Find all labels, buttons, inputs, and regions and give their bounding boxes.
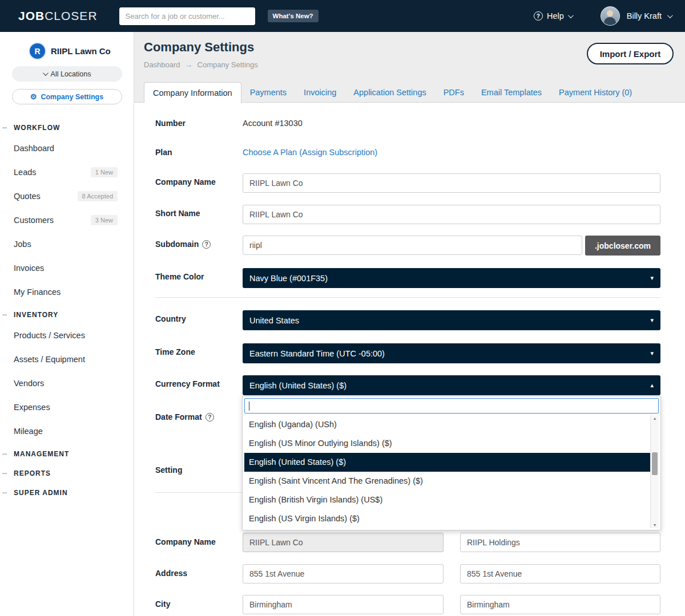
all-locations-label: All Locations bbox=[51, 70, 91, 78]
plan-label: Plan bbox=[155, 148, 172, 157]
import-export-button[interactable]: Import / Export bbox=[587, 43, 674, 64]
whats-new-button[interactable]: What's New? bbox=[268, 10, 319, 22]
sidebar-item-dashboard[interactable]: Dashboard bbox=[0, 136, 134, 160]
location1-address-input[interactable] bbox=[243, 564, 444, 583]
sidebar-item-label: Vendors bbox=[14, 379, 44, 388]
theme-color-select[interactable]: Navy Blue (#001F35) ▾ bbox=[243, 268, 660, 288]
scrollbar-thumb[interactable] bbox=[652, 452, 658, 475]
section-super-admin[interactable]: SUPER ADMIN bbox=[0, 482, 134, 501]
sidebar-item-expenses[interactable]: Expenses bbox=[0, 395, 134, 419]
sidebar-item-label: Jobs bbox=[14, 240, 31, 249]
tab-invoicing[interactable]: Invoicing bbox=[295, 83, 345, 103]
location2-city-input[interactable] bbox=[460, 595, 660, 614]
subdomain-help-icon[interactable]: ? bbox=[202, 240, 211, 249]
scroll-up-icon[interactable]: ▲ bbox=[651, 416, 659, 420]
choose-a-plan-link[interactable]: Choose A Plan bbox=[243, 148, 297, 157]
sidebar-item-jobs[interactable]: Jobs bbox=[0, 232, 134, 256]
company-settings-button[interactable]: ⚙ Company Settings bbox=[12, 89, 122, 104]
option-english-us-minor-outlying-islands[interactable]: English (US Minor Outlying Islands) ($) bbox=[244, 434, 650, 453]
chevron-down-icon[interactable] bbox=[667, 13, 673, 18]
top-bar: JOBCLOSER What's New? ? Help Billy Kraft bbox=[0, 0, 685, 32]
option-english-british-virgin-islands[interactable]: English (British Virgin Islands) (US$) bbox=[244, 491, 650, 509]
section-reports[interactable]: REPORTS bbox=[0, 463, 134, 482]
sidebar-item-label: Invoices bbox=[14, 264, 44, 273]
location-company-name-label: Company Name bbox=[155, 537, 216, 546]
scroll-down-icon[interactable]: ▼ bbox=[651, 523, 659, 527]
company-settings-label: Company Settings bbox=[41, 93, 103, 101]
sidebar-item-quotes[interactable]: Quotes8 Accepted bbox=[0, 184, 134, 208]
tab-pdfs[interactable]: PDFs bbox=[435, 83, 473, 103]
all-locations-dropdown[interactable]: All Locations bbox=[12, 66, 122, 82]
sidebar: R RIIPL Lawn Co All Locations ⚙ Company … bbox=[0, 32, 134, 616]
subdomain-label: Subdomain ? bbox=[155, 240, 211, 249]
time-zone-select[interactable]: Eastern Standard Time (UTC -05:00) ▾ bbox=[243, 343, 660, 363]
leads-badge: 1 New bbox=[91, 167, 118, 177]
section-management[interactable]: MANAGEMENT bbox=[0, 443, 134, 463]
text-cursor bbox=[249, 402, 249, 411]
tab-payments[interactable]: Payments bbox=[241, 83, 295, 103]
sidebar-item-products-services[interactable]: Products / Services bbox=[0, 323, 134, 347]
user-avatar[interactable] bbox=[601, 6, 620, 26]
dropdown-scrollbar[interactable]: ▲ ▼ bbox=[650, 415, 659, 528]
date-format-help-icon[interactable]: ? bbox=[206, 413, 214, 422]
sidebar-item-label: Assets / Equipment bbox=[14, 355, 85, 364]
currency-options-list: English (Uganda) (USh) English (US Minor… bbox=[244, 415, 659, 528]
assign-subscription-link[interactable]: (Assign Subscription) bbox=[299, 148, 377, 157]
option-english-united-states[interactable]: English (United States) ($) bbox=[244, 453, 650, 472]
currency-format-select[interactable]: English (United States) ($) ▴ bbox=[243, 375, 660, 395]
sidebar-item-vendors[interactable]: Vendors bbox=[0, 371, 134, 395]
option-english-uganda[interactable]: English (Uganda) (USh) bbox=[244, 415, 650, 434]
currency-search-input[interactable] bbox=[244, 398, 659, 414]
sidebar-item-customers[interactable]: Customers3 New bbox=[0, 208, 134, 232]
sidebar-item-my-finances[interactable]: My Finances bbox=[0, 280, 134, 304]
sidebar-item-label: Mileage bbox=[14, 427, 43, 436]
tab-company-information[interactable]: Company Information bbox=[144, 82, 241, 103]
company-name: RIIPL Lawn Co bbox=[51, 46, 111, 56]
breadcrumb-dashboard[interactable]: Dashboard bbox=[144, 60, 180, 69]
sidebar-item-label: Quotes bbox=[14, 192, 41, 201]
theme-color-value: Navy Blue (#001F35) bbox=[249, 274, 328, 283]
user-name: Billy Kraft bbox=[627, 11, 662, 21]
option-english-us-virgin-islands[interactable]: English (US Virgin Islands) ($) bbox=[244, 509, 650, 528]
help-label: Help bbox=[547, 11, 564, 21]
topbar-right: ? Help Billy Kraft bbox=[534, 6, 671, 26]
sidebar-item-leads[interactable]: Leads1 New bbox=[0, 160, 134, 184]
sidebar-item-mileage[interactable]: Mileage bbox=[0, 419, 134, 443]
tab-application-settings[interactable]: Application Settings bbox=[345, 83, 434, 103]
tab-bar: Company Information Payments Invoicing A… bbox=[144, 82, 640, 103]
company-avatar: R bbox=[30, 43, 45, 59]
sidebar-item-label: Products / Services bbox=[14, 331, 85, 340]
option-english-saint-vincent[interactable]: English (Saint Vincent And The Grenadine… bbox=[244, 472, 650, 491]
sidebar-item-assets-equipment[interactable]: Assets / Equipment bbox=[0, 347, 134, 371]
help-menu[interactable]: ? Help bbox=[534, 11, 572, 21]
sidebar-item-label: Expenses bbox=[14, 403, 50, 412]
logo-secondary: CLOSER bbox=[45, 9, 97, 22]
date-format-label-text: Date Format bbox=[155, 412, 202, 422]
company-name-input[interactable] bbox=[243, 173, 660, 193]
short-name-input[interactable] bbox=[243, 205, 660, 224]
short-name-label: Short Name bbox=[155, 209, 200, 218]
tab-payment-history[interactable]: Payment History (0) bbox=[550, 83, 640, 103]
location2-address-input[interactable] bbox=[460, 564, 660, 583]
country-select[interactable]: United States ▾ bbox=[243, 310, 660, 330]
tab-email-templates[interactable]: Email Templates bbox=[473, 83, 550, 103]
subdomain-input[interactable] bbox=[243, 236, 582, 255]
country-value: United States bbox=[249, 316, 299, 325]
location1-city-input[interactable] bbox=[243, 595, 444, 614]
currency-dropdown-panel: English (Uganda) (USh) English (US Minor… bbox=[242, 396, 661, 530]
sidebar-item-invoices[interactable]: Invoices bbox=[0, 256, 134, 280]
section-divider bbox=[155, 297, 660, 298]
chevron-down-icon bbox=[568, 13, 574, 18]
global-search-input[interactable] bbox=[119, 7, 255, 25]
sidebar-item-label: Leads bbox=[14, 168, 37, 177]
location2-company-name-input[interactable] bbox=[460, 533, 660, 552]
section-inventory[interactable]: INVENTORY bbox=[0, 304, 134, 323]
section-workflow[interactable]: WORKFLOW bbox=[0, 117, 134, 136]
app-logo: JOBCLOSER bbox=[18, 9, 98, 23]
company-information-panel: Number Account #13030 Plan Choose A Plan… bbox=[134, 102, 685, 616]
sidebar-item-label: My Finances bbox=[14, 287, 61, 297]
setting-label: Setting bbox=[155, 465, 182, 475]
logo-primary: JOB bbox=[18, 9, 45, 22]
city-label: City bbox=[155, 599, 170, 609]
breadcrumb: Dashboard → Company Settings bbox=[144, 60, 258, 69]
